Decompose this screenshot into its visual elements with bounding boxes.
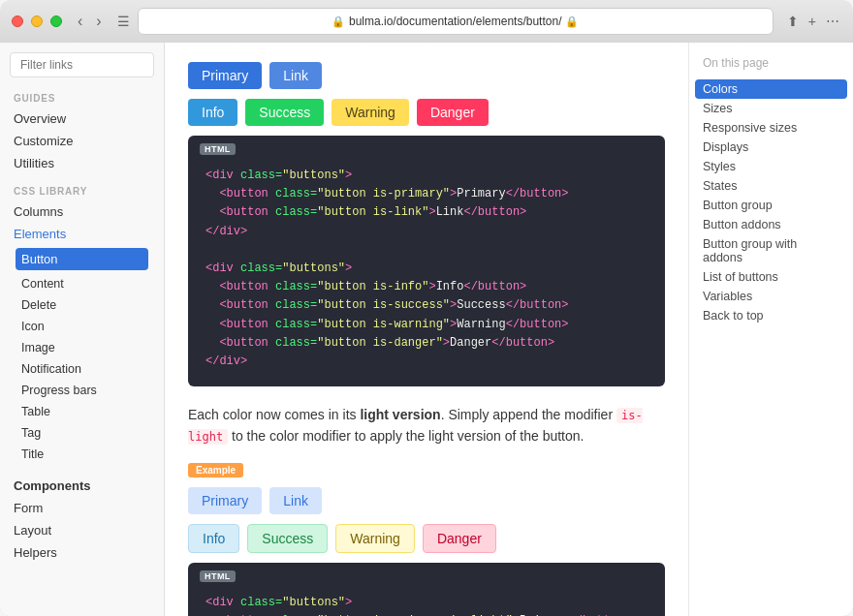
toc-item-responsive[interactable]: Responsive sizes: [703, 118, 839, 138]
back-button[interactable]: ‹: [74, 11, 86, 32]
toc-item-states[interactable]: States: [703, 176, 839, 196]
maximize-button[interactable]: [50, 15, 62, 27]
toc-item-colors[interactable]: Colors: [695, 79, 847, 99]
btn-primary[interactable]: Primary: [188, 62, 262, 89]
search-input[interactable]: [10, 52, 154, 77]
sidebar-item-delete[interactable]: Delete: [0, 294, 164, 316]
traffic-lights: [12, 15, 62, 27]
url-text: bulma.io/documentation/elements/button/: [349, 15, 561, 28]
titlebar-actions: ⬆ + ⋯: [785, 12, 841, 31]
code-label-1: HTML: [200, 143, 236, 155]
sidebar-item-button[interactable]: Button: [16, 248, 148, 270]
sidebar-item-table[interactable]: Table: [0, 401, 164, 422]
address-bar[interactable]: 🔒 bulma.io/documentation/elements/button…: [138, 8, 774, 35]
sidebar-item-progress[interactable]: Progress bars: [0, 380, 164, 401]
sidebar-item-title[interactable]: Title: [0, 444, 164, 465]
sidebar-item-content[interactable]: Content: [0, 273, 164, 294]
new-tab-button[interactable]: +: [806, 12, 818, 31]
description-text: Each color now comes in its light versio…: [188, 404, 665, 447]
btn-success[interactable]: Success: [245, 99, 324, 126]
btn-primary-light[interactable]: Primary: [188, 487, 262, 514]
btn-warning-light[interactable]: Warning: [335, 524, 415, 553]
btn-danger-light[interactable]: Danger: [423, 524, 496, 553]
sidebar-toggle-icon[interactable]: ☰: [117, 14, 130, 29]
right-sidebar: On this page Colors Sizes Responsive siz…: [688, 43, 853, 616]
toc-item-styles[interactable]: Styles: [703, 157, 839, 176]
code-content-1: <div class="buttons"> <button class="but…: [205, 167, 648, 371]
code-block-1: HTML <div class="buttons"> <button class…: [188, 136, 665, 386]
sidebar-item-overview[interactable]: Overview: [0, 108, 164, 130]
close-button[interactable]: [12, 15, 23, 27]
buttons-light-row-1: Primary Link: [188, 487, 665, 514]
nav-controls: ‹ ›: [74, 11, 106, 32]
minimize-button[interactable]: [31, 15, 43, 27]
sidebar-item-notification[interactable]: Notification: [0, 358, 164, 380]
toc-item-displays[interactable]: Displays: [703, 138, 839, 157]
sidebar-item-layout[interactable]: Layout: [0, 519, 164, 541]
example-label: Example: [188, 463, 243, 477]
toc-item-button-group-addons[interactable]: Button group with addons: [703, 234, 839, 267]
sidebar-item-columns[interactable]: Columns: [0, 200, 164, 223]
sidebar-item-form[interactable]: Form: [0, 497, 164, 519]
sidebar-item-elements[interactable]: Elements: [0, 223, 164, 245]
sidebar-item-tag[interactable]: Tag: [0, 422, 164, 444]
sidebar-item-icon[interactable]: Icon: [0, 316, 164, 337]
btn-success-light[interactable]: Success: [247, 524, 328, 553]
toc-item-button-group[interactable]: Button group: [703, 196, 839, 215]
toc-item-list-buttons[interactable]: List of buttons: [703, 267, 839, 287]
secure-icon: 🔒: [332, 15, 345, 28]
left-sidebar: GUIDES Overview Customize Utilities CSS …: [0, 43, 165, 616]
toc-item-variables[interactable]: Variables: [703, 287, 839, 306]
lock-icon: 🔒: [565, 15, 579, 28]
code-block-2: HTML <div class="buttons"> <button class…: [188, 563, 665, 616]
btn-info-light[interactable]: Info: [188, 524, 239, 553]
buttons-light-row-2: Info Success Warning Danger: [188, 524, 665, 553]
browser-window: ‹ › ☰ 🔒 bulma.io/documentation/elements/…: [0, 0, 853, 616]
sidebar-item-components[interactable]: Components: [0, 475, 164, 497]
btn-warning[interactable]: Warning: [332, 99, 409, 126]
sidebar-item-image[interactable]: Image: [0, 337, 164, 358]
buttons-row-2: Info Success Warning Danger: [188, 99, 665, 126]
toc-item-button-addons[interactable]: Button addons: [703, 215, 839, 234]
titlebar: ‹ › ☰ 🔒 bulma.io/documentation/elements/…: [0, 0, 853, 43]
share-button[interactable]: ⬆: [785, 12, 801, 31]
toc-title: On this page: [703, 56, 839, 70]
sidebar-item-helpers[interactable]: Helpers: [0, 541, 164, 564]
btn-danger[interactable]: Danger: [417, 99, 489, 126]
sidebar-item-utilities[interactable]: Utilities: [0, 152, 164, 174]
code-content-2: <div class="buttons"> <button class="but…: [205, 594, 648, 616]
btn-info[interactable]: Info: [188, 99, 237, 126]
toc-item-back-top[interactable]: Back to top: [703, 306, 839, 325]
app-body: GUIDES Overview Customize Utilities CSS …: [0, 43, 853, 616]
main-content: Primary Link Info Success Warning Danger…: [165, 43, 688, 616]
btn-link[interactable]: Link: [269, 62, 322, 89]
sidebar-item-customize[interactable]: Customize: [0, 130, 164, 152]
more-button[interactable]: ⋯: [824, 12, 841, 31]
toc-item-sizes[interactable]: Sizes: [703, 99, 839, 118]
btn-link-light[interactable]: Link: [269, 487, 322, 514]
code-label-2: HTML: [200, 570, 236, 582]
buttons-row-1: Primary Link: [188, 62, 665, 89]
section-label-guides: GUIDES: [0, 89, 164, 108]
forward-button[interactable]: ›: [92, 11, 105, 32]
section-label-css: CSS LIBRARY: [0, 182, 164, 200]
content-wrapper: Primary Link Info Success Warning Danger…: [188, 62, 665, 616]
